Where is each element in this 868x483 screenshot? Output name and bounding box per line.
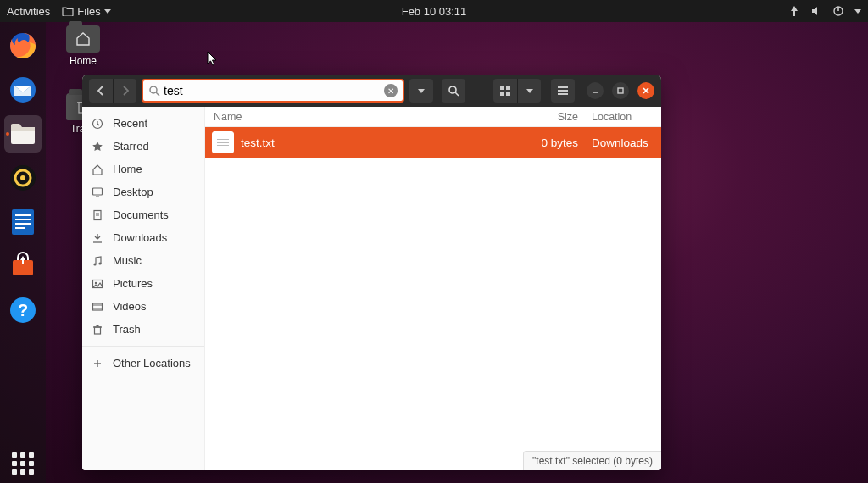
- dock-files[interactable]: [4, 115, 42, 153]
- svg-point-21: [449, 86, 456, 93]
- column-location[interactable]: Location: [585, 111, 661, 123]
- sidebar-item-label: Documents: [113, 208, 169, 221]
- files-window: ✕ Recent Star: [82, 75, 661, 470]
- sidebar-item-music[interactable]: Music: [82, 249, 204, 272]
- svg-point-44: [95, 281, 97, 283]
- sidebar-item-recent[interactable]: Recent: [82, 112, 204, 135]
- sidebar-item-label: Home: [113, 163, 142, 175]
- home-icon: [91, 164, 104, 175]
- close-button[interactable]: [637, 82, 654, 99]
- search-icon: [148, 85, 160, 97]
- maximize-button[interactable]: [612, 82, 629, 99]
- search-toggle-button[interactable]: [442, 79, 465, 103]
- column-header[interactable]: Name Size Location: [205, 107, 661, 127]
- main-content: Name Size Location test.txt 0 bytes Down…: [205, 107, 661, 470]
- svg-rect-13: [15, 227, 25, 229]
- dock-thunderbird[interactable]: [4, 71, 42, 108]
- sidebar-item-trash[interactable]: Trash: [82, 318, 204, 341]
- svg-rect-35: [93, 188, 103, 195]
- chevron-down-icon: [418, 89, 425, 93]
- top-panel: Activities Files Feb 10 03:11: [0, 0, 868, 22]
- cursor-icon: [207, 51, 219, 66]
- hamburger-menu-button[interactable]: [551, 79, 575, 103]
- column-size[interactable]: Size: [526, 111, 585, 123]
- clock[interactable]: Feb 10 03:11: [402, 5, 467, 18]
- app-menu[interactable]: Files: [62, 5, 110, 18]
- result-row[interactable]: test.txt 0 bytes Downloads: [205, 127, 661, 158]
- results-list: test.txt 0 bytes Downloads: [205, 127, 661, 470]
- sidebar-item-pictures[interactable]: Pictures: [82, 272, 204, 295]
- status-bar: "test.txt" selected (0 bytes): [523, 451, 661, 470]
- power-icon[interactable]: [832, 5, 844, 17]
- back-button[interactable]: [89, 79, 113, 103]
- sidebar-item-desktop[interactable]: Desktop: [82, 180, 204, 203]
- result-location: Downloads: [585, 136, 661, 149]
- svg-point-19: [150, 86, 157, 93]
- svg-point-42: [98, 262, 101, 264]
- videos-icon: [91, 301, 104, 313]
- clear-search-button[interactable]: ✕: [384, 84, 398, 97]
- svg-rect-9: [12, 209, 34, 235]
- sidebar-item-label: Videos: [113, 300, 147, 313]
- sidebar-item-home[interactable]: Home: [82, 158, 204, 180]
- sidebar-item-label: Trash: [113, 323, 141, 336]
- sidebar-item-videos[interactable]: Videos: [82, 295, 204, 318]
- sidebar-separator: [82, 346, 204, 347]
- svg-rect-23: [500, 86, 504, 90]
- svg-rect-11: [15, 219, 31, 220]
- show-applications-button[interactable]: [0, 452, 46, 475]
- sidebar-item-label: Starred: [113, 140, 149, 153]
- sidebar-item-label: Recent: [113, 117, 147, 130]
- svg-rect-10: [15, 214, 31, 216]
- sidebar-item-label: Music: [113, 254, 142, 267]
- column-name[interactable]: Name: [205, 111, 526, 123]
- chevron-down-icon: [104, 9, 111, 14]
- chevron-down-icon[interactable]: [854, 9, 861, 14]
- sidebar-item-starred[interactable]: Starred: [82, 135, 204, 158]
- svg-rect-25: [500, 92, 504, 96]
- titlebar[interactable]: ✕: [82, 75, 661, 107]
- svg-rect-24: [506, 86, 510, 90]
- view-options-button[interactable]: [517, 79, 541, 103]
- dock-firefox[interactable]: [4, 27, 42, 64]
- desktop-icon-label: Home: [70, 55, 97, 67]
- dock-help[interactable]: ?: [4, 291, 42, 329]
- network-icon[interactable]: [788, 5, 800, 17]
- activities-label: Activities: [7, 5, 50, 18]
- sidebar-item-label: Pictures: [113, 277, 153, 290]
- trash-icon: [91, 324, 104, 336]
- search-options-button[interactable]: [409, 79, 433, 103]
- sidebar-item-other-locations[interactable]: Other Locations: [82, 352, 204, 375]
- desktop-home-icon[interactable]: Home: [66, 25, 100, 67]
- dock-software[interactable]: [4, 247, 42, 285]
- folder-icon: [62, 6, 74, 16]
- plus-icon: [91, 358, 104, 369]
- result-size: 0 bytes: [526, 136, 585, 149]
- view-grid-button[interactable]: [493, 79, 517, 103]
- minimize-button[interactable]: [587, 82, 604, 99]
- music-icon: [91, 255, 104, 267]
- status-text: "test.txt" selected (0 bytes): [532, 455, 653, 467]
- search-input[interactable]: [164, 84, 381, 97]
- svg-point-8: [20, 175, 25, 180]
- dock-libreoffice-writer[interactable]: [4, 203, 42, 241]
- pictures-icon: [91, 278, 104, 290]
- activities-button[interactable]: Activities: [7, 5, 50, 18]
- forward-button[interactable]: [113, 79, 136, 103]
- grid-icon: [12, 452, 34, 475]
- search-bar[interactable]: ✕: [142, 79, 404, 103]
- star-icon: [91, 141, 104, 153]
- dock-rhythmbox[interactable]: [4, 159, 42, 197]
- svg-rect-12: [15, 223, 31, 225]
- svg-line-20: [156, 92, 159, 96]
- svg-point-41: [93, 263, 96, 265]
- sidebar-item-downloads[interactable]: Downloads: [82, 226, 204, 249]
- documents-icon: [91, 209, 104, 221]
- text-file-icon: [212, 131, 234, 153]
- svg-rect-5: [11, 127, 35, 131]
- volume-icon[interactable]: [810, 5, 822, 17]
- desktop-icon: [91, 186, 104, 198]
- sidebar-item-documents[interactable]: Documents: [82, 203, 204, 226]
- sidebar-item-label: Desktop: [113, 186, 153, 198]
- svg-rect-31: [618, 88, 623, 93]
